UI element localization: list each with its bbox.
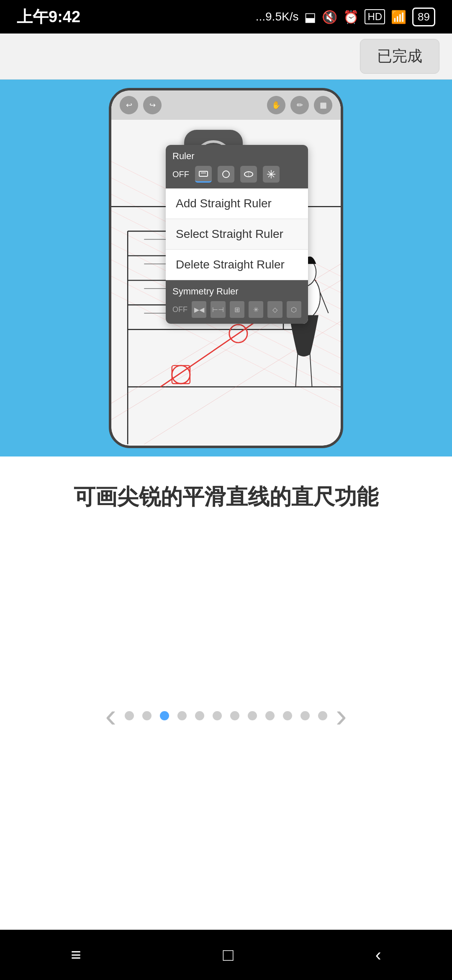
sym-diamond-icon[interactable]: ◇ (267, 301, 282, 318)
dot-11 (300, 711, 310, 720)
dot-10 (283, 711, 292, 720)
left-toolbar-icons: ↩ ↪ (120, 96, 162, 114)
add-straight-ruler-item[interactable]: Add Straight Ruler (166, 188, 308, 219)
ruler-top-section: Ruler OFF (166, 145, 308, 188)
ruler-dropdown: Ruler OFF (166, 145, 308, 324)
top-bar: 已完成 (0, 34, 452, 80)
right-toolbar-icons: ✋ ✏ ▦ (267, 96, 332, 114)
network-speed: ...9.5K/s (256, 10, 299, 23)
ruler-menu-title: Ruler (172, 151, 301, 162)
sym-radial-icon[interactable]: ✳ (249, 301, 263, 318)
symmetry-off-label[interactable]: OFF (172, 305, 187, 314)
dot-2 (142, 711, 152, 720)
ruler-off-button[interactable]: OFF (172, 170, 189, 179)
delete-straight-ruler-item[interactable]: Delete Straight Ruler (166, 250, 308, 280)
symmetry-title: Symmetry Ruler (172, 286, 301, 297)
sym-mirror-icon[interactable]: ▶◀ (192, 301, 206, 318)
battery-level: 89 (418, 10, 430, 23)
menu-nav-icon[interactable]: ≡ (71, 945, 81, 965)
dot-12 (318, 711, 327, 720)
ruler-straight-icon[interactable] (195, 166, 212, 183)
bottom-nav: ≡ □ ‹ (0, 930, 452, 980)
ruler-radial-icon[interactable] (263, 166, 280, 183)
symmetry-section: Symmetry Ruler OFF ▶◀ ⊢⊣ ⊞ ✳ ◇ ⬡ (166, 280, 308, 324)
battery-indicator: 89 (412, 8, 435, 26)
prev-arrow[interactable]: ‹ (105, 696, 116, 735)
select-straight-ruler-item[interactable]: Select Straight Ruler (166, 219, 308, 250)
eraser-icon[interactable]: ✏ (290, 96, 309, 114)
dot-4 (177, 711, 187, 720)
description-section: 可画尖锐的平滑直线的直尺功能 (0, 456, 452, 529)
ruler-circle-icon[interactable] (218, 166, 234, 183)
signal-icon: 📶 (391, 10, 406, 24)
next-arrow[interactable]: › (336, 696, 347, 735)
dot-9 (265, 711, 275, 720)
dot-5 (195, 711, 204, 720)
bluetooth-icon: ⬓ (304, 10, 316, 24)
dot-7 (230, 711, 239, 720)
undo-icon[interactable]: ↩ (120, 96, 138, 114)
hand-icon[interactable]: ✋ (267, 96, 285, 114)
mute-icon: 🔇 (322, 10, 337, 24)
alarm-icon: ⏰ (343, 10, 359, 24)
hd-icon: HD (365, 9, 385, 24)
sym-vertical-icon[interactable]: ⊢⊣ (211, 301, 225, 318)
pagination: ‹ › (0, 529, 452, 760)
svg-point-42 (223, 171, 229, 178)
status-time: 上午9:42 (17, 6, 80, 28)
layers-icon[interactable]: ▦ (314, 96, 332, 114)
status-bar: 上午9:42 ...9.5K/s ⬓ 🔇 ⏰ HD 📶 89 (0, 0, 452, 34)
home-nav-icon[interactable]: □ (223, 945, 234, 965)
status-icons: ...9.5K/s ⬓ 🔇 ⏰ HD 📶 89 (256, 8, 435, 26)
image-section: ↩ ↪ ✋ ✏ ▦ Ruler (0, 80, 452, 456)
dot-1 (125, 711, 134, 720)
ruler-ellipse-icon[interactable] (240, 166, 257, 183)
back-nav-icon[interactable]: ‹ (375, 945, 381, 965)
redo-icon[interactable]: ↪ (143, 96, 162, 114)
dot-3-active (160, 711, 169, 720)
symmetry-icons-row: OFF ▶◀ ⊢⊣ ⊞ ✳ ◇ ⬡ (172, 301, 301, 318)
dot-6 (213, 711, 222, 720)
dot-8 (248, 711, 257, 720)
svg-rect-40 (199, 171, 208, 176)
sym-grid-icon[interactable]: ⊞ (230, 301, 244, 318)
sym-cube-icon[interactable]: ⬡ (287, 301, 301, 318)
main-content: ↩ ↪ ✋ ✏ ▦ Ruler (0, 80, 452, 980)
description-title: 可画尖锐的平滑直线的直尺功能 (33, 482, 419, 512)
phone-toolbar: ↩ ↪ ✋ ✏ ▦ (111, 90, 341, 120)
ruler-icons-row: OFF (172, 166, 301, 183)
done-button[interactable]: 已完成 (360, 39, 439, 74)
